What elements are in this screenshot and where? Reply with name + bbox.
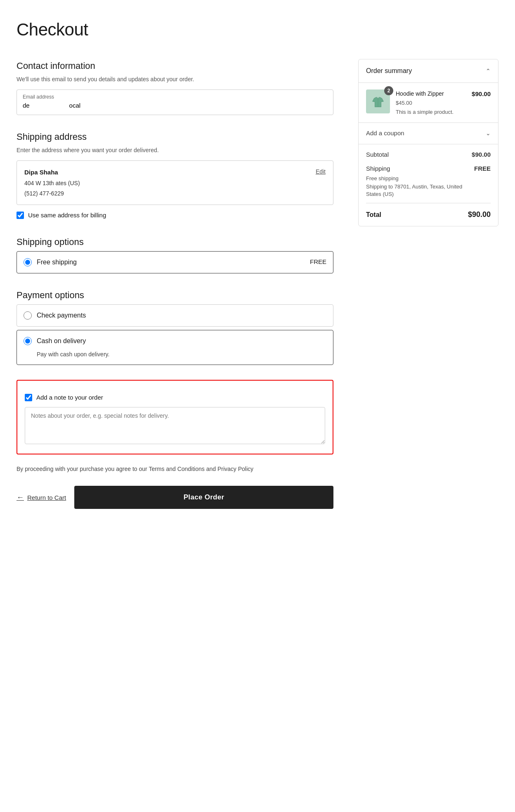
chevron-down-icon: ⌄ [486, 129, 491, 138]
billing-same-checkbox-row: Use same address for billing [17, 211, 333, 220]
shipping-info: Shipping Free shipping Shipping to 78701… [366, 164, 474, 198]
note-checkbox-label: Add a note to your order [36, 393, 103, 402]
shipping-address-section: Shipping address Enter the address where… [17, 130, 333, 220]
product-description: This is a simple product. [396, 108, 466, 116]
return-to-cart-button[interactable]: ← Return to Cart [17, 493, 66, 502]
terms-text: By proceeding with your purchase you agr… [17, 464, 333, 473]
contact-section: Contact information We'll use this email… [17, 59, 333, 115]
payment-cod-description: Pay with cash upon delivery. [24, 350, 326, 359]
subtotal-row: Subtotal $90.00 [366, 150, 491, 160]
shipping-label-free: Free shipping [37, 257, 305, 267]
order-summary-card: Order summary ⌃ 2 [358, 59, 498, 226]
contact-section-title: Contact information [17, 59, 333, 73]
order-note-section: Add a note to your order [17, 380, 333, 455]
summary-header-title: Order summary [366, 66, 412, 76]
product-name: Hoodie with Zipper [396, 89, 466, 98]
order-summary-panel: Order summary ⌃ 2 [358, 59, 498, 226]
payment-option-cod[interactable]: Cash on delivery Pay with cash upon deli… [17, 330, 333, 365]
coupon-row[interactable]: Add a coupon ⌄ [359, 123, 498, 144]
payment-options-title: Payment options [17, 288, 333, 302]
shipping-to: Shipping to 78701, Austin, Texas, United… [366, 183, 474, 198]
page-title: Checkout [17, 16, 498, 42]
shipping-method: Free shipping [366, 174, 474, 183]
address-edit-link[interactable]: Edit [316, 167, 326, 176]
payment-radio-check[interactable] [24, 311, 32, 320]
subtotal-label: Subtotal [366, 150, 389, 160]
payment-options-section: Payment options Check payments Cash on d… [17, 288, 333, 365]
shipping-options-title: Shipping options [17, 235, 333, 249]
shipping-address-subtitle: Enter the address where you want your or… [17, 146, 333, 155]
total-label: Total [366, 210, 381, 220]
shipping-address-title: Shipping address [17, 130, 333, 144]
shipping-radio-free[interactable] [24, 258, 32, 266]
summary-totals: Subtotal $90.00 Shipping Free shipping S… [359, 144, 498, 226]
address-phone: (512) 477-6229 [24, 189, 326, 198]
shipping-row: Shipping Free shipping Shipping to 78701… [366, 164, 491, 198]
total-value: $90.00 [468, 209, 491, 220]
billing-same-checkbox[interactable] [17, 212, 24, 219]
payment-radio-cod[interactable] [24, 337, 32, 345]
shipping-option-free[interactable]: Free shipping FREE [17, 251, 333, 273]
place-order-button[interactable]: Place Order [74, 486, 333, 509]
payment-label-check: Check payments [37, 311, 326, 320]
return-cart-label: Return to Cart [27, 494, 66, 501]
product-image-wrap: 2 [366, 89, 390, 113]
arrow-left-icon: ← [17, 493, 24, 502]
contact-section-subtitle: We'll use this email to send you details… [17, 75, 333, 84]
shipping-price-free: FREE [310, 257, 326, 267]
product-total-price: $90.00 [472, 89, 491, 99]
email-label: Email address [23, 93, 327, 101]
email-field[interactable] [23, 102, 327, 109]
total-row: Total $90.00 [366, 209, 491, 220]
address-line1: 404 W 13th ates (US) [24, 179, 326, 188]
payment-label-cod: Cash on delivery [37, 336, 326, 346]
chevron-up-icon: ⌃ [486, 67, 491, 75]
address-box: Dipa Shaha Edit 404 W 13th ates (US) (51… [17, 160, 333, 205]
product-qty-badge: 2 [384, 86, 393, 95]
payment-option-check[interactable]: Check payments [17, 304, 333, 327]
shipping-label: Shipping [366, 164, 474, 174]
totals-divider [366, 203, 491, 203]
summary-header[interactable]: Order summary ⌃ [359, 59, 498, 83]
product-unit-price: $45.00 [396, 99, 466, 107]
note-checkbox-row: Add a note to your order [25, 393, 325, 402]
shipping-value: FREE [474, 164, 491, 174]
subtotal-value: $90.00 [472, 150, 491, 160]
bottom-bar: ← Return to Cart Place Order [17, 486, 333, 509]
summary-product-row: 2 Hoodie with Zipper $45.00 This is a si… [359, 83, 498, 123]
product-info: Hoodie with Zipper $45.00 This is a simp… [396, 89, 466, 116]
note-checkbox[interactable] [25, 394, 32, 401]
address-name: Dipa Shaha [24, 169, 58, 176]
note-textarea[interactable] [25, 407, 325, 444]
billing-same-label: Use same address for billing [28, 211, 106, 220]
email-input-wrapper[interactable]: Email address [17, 89, 333, 115]
coupon-label: Add a coupon [366, 129, 404, 138]
shipping-options-section: Shipping options Free shipping FREE [17, 235, 333, 273]
